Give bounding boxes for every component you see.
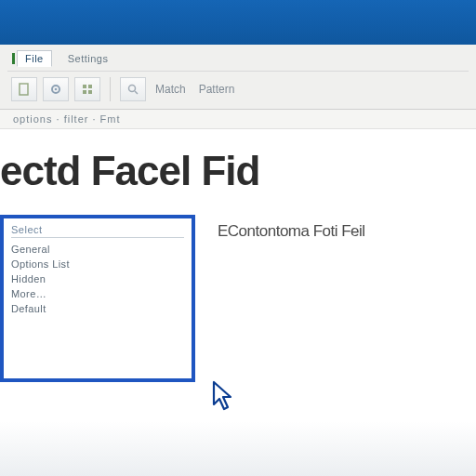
toolbar: Match Pattern bbox=[7, 71, 469, 107]
list-item[interactable]: More… bbox=[11, 286, 184, 301]
svg-rect-3 bbox=[83, 85, 86, 88]
tool-search-button[interactable] bbox=[120, 77, 146, 101]
page-title: ectd Facel Fid bbox=[0, 148, 457, 194]
tool-gear-button[interactable] bbox=[43, 77, 69, 101]
toolbar-label-match[interactable]: Match bbox=[152, 83, 190, 96]
bottom-fade bbox=[0, 421, 476, 476]
page-icon bbox=[18, 83, 31, 96]
tab-settings[interactable]: Settings bbox=[60, 50, 117, 67]
mouse-cursor-icon bbox=[212, 380, 236, 414]
selection-listbox[interactable]: Select General Options List Hidden More…… bbox=[0, 215, 195, 382]
toolbar-divider bbox=[110, 77, 111, 101]
toolbar-label-pattern[interactable]: Pattern bbox=[195, 83, 239, 96]
svg-rect-4 bbox=[88, 85, 92, 88]
list-item[interactable]: Default bbox=[11, 301, 184, 316]
svg-rect-5 bbox=[83, 90, 86, 94]
side-caption: EContontoma Foti Feil bbox=[218, 222, 365, 241]
svg-rect-6 bbox=[88, 90, 92, 94]
search-icon bbox=[126, 83, 139, 96]
ribbon-tabs: File Settings bbox=[17, 50, 469, 67]
gear-icon bbox=[49, 83, 62, 96]
list-item[interactable]: General bbox=[11, 242, 184, 257]
tab-file[interactable]: File bbox=[17, 50, 52, 67]
svg-point-2 bbox=[55, 88, 58, 91]
tool-new-button[interactable] bbox=[11, 77, 37, 101]
options-bar: options · filter · Fmt bbox=[0, 110, 476, 129]
list-item[interactable]: Options List bbox=[11, 257, 184, 271]
grid-icon bbox=[81, 83, 94, 96]
listbox-header: Select bbox=[11, 224, 184, 238]
ribbon: File Settings Match Pattern bbox=[0, 45, 476, 110]
panel-row: Select General Options List Hidden More…… bbox=[0, 215, 457, 382]
svg-rect-0 bbox=[20, 84, 28, 95]
window-titlebar bbox=[0, 0, 476, 45]
list-item[interactable]: Hidden bbox=[11, 271, 184, 286]
content-area: ectd Facel Fid Select General Options Li… bbox=[0, 129, 476, 476]
svg-point-7 bbox=[129, 86, 136, 92]
svg-line-8 bbox=[135, 91, 138, 94]
tool-grid-button[interactable] bbox=[74, 77, 100, 101]
